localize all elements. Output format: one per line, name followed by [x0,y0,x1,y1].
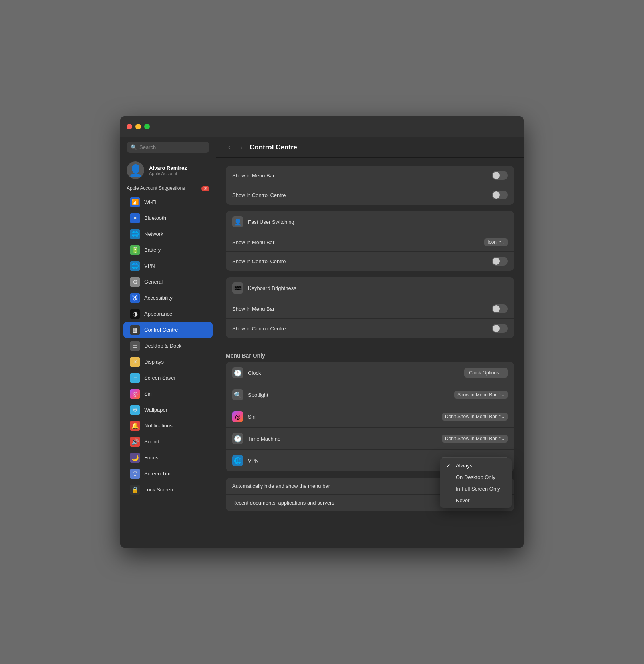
clock-icon: 🕐 [232,367,243,378]
chevron-icon: ⌃⌄ [498,415,505,419]
sidebar-item-battery[interactable]: 🔋Battery [123,242,213,258]
sidebar-item-screentime[interactable]: ⏱Screen Time [123,466,213,482]
sidebar-item-focus[interactable]: 🌙Focus [123,450,213,466]
section-row: Show in Control Centre [226,185,514,205]
sidebar-item-sound[interactable]: 🔊Sound [123,434,213,450]
time-machine-dropdown[interactable]: Don't Show in Menu Bar ⌃⌄ [442,435,508,443]
kb-control-centre-toggle[interactable] [492,324,508,333]
sidebar-item-desktopanddock[interactable]: ▭Desktop & Dock [123,338,213,354]
titlebar [120,116,524,137]
fus-menu-bar-dropdown[interactable]: Icon ⌃⌄ [484,238,508,246]
sidebar-item-wallpaper[interactable]: ❄Wallpaper [123,402,213,418]
minimize-button[interactable] [135,124,141,129]
clock-label: Clock [248,370,459,376]
sidebar-item-displays[interactable]: ☀Displays [123,354,213,370]
clock-options-button[interactable]: Clock Options... [464,368,508,378]
search-box[interactable]: 🔍 Search [127,142,209,153]
user-name: Alvaro Ramirez [149,165,187,171]
main-content: ‹ › Control Centre Show in Menu Bar Show… [216,137,524,548]
user-info: Alvaro Ramirez Apple Account [149,165,187,176]
displays-icon: ☀ [130,357,140,367]
sidebar-item-lockscreen[interactable]: 🔒Lock Screen [123,482,213,498]
vpn-icon: 🌐 [130,261,140,271]
chevron-icon: ⌃⌄ [498,240,505,245]
fus-control-centre-toggle[interactable] [492,257,508,266]
sidebar-item-accessibility[interactable]: ♿Accessibility [123,290,213,306]
network-label: Network [144,231,163,237]
lockscreen-icon: 🔒 [130,485,140,495]
sidebar-item-general[interactable]: ⚙General [123,274,213,290]
main-scroll: Show in Menu Bar Show in Control Centre … [216,158,524,548]
siri-icon: ◎ [232,411,243,422]
menu-bar-only-label: Menu Bar Only [226,344,514,362]
sound-icon: 🔊 [130,437,140,447]
suggestions-badge: 2 [201,186,209,191]
spotlight-dropdown[interactable]: Show in Menu Bar ⌃⌄ [454,391,508,399]
sidebar-item-appearance[interactable]: ◑Appearance [123,306,213,322]
wifi-icon: 📶 [130,197,140,207]
suggestions-row[interactable]: Apple Account Suggestions 2 [120,183,216,194]
sidebar-item-bluetooth[interactable]: ✦Bluetooth [123,210,213,226]
search-container: 🔍 Search [120,137,216,157]
fus-menu-bar-row: Show in Menu Bar Icon ⌃⌄ [226,233,514,252]
maximize-button[interactable] [144,124,150,129]
sidebar-item-notifications[interactable]: 🔔Notifications [123,418,213,434]
search-input[interactable]: Search [139,144,156,150]
avatar-icon: 👤 [129,164,143,177]
wallpaper-icon: ❄ [130,405,140,415]
content-area: 🔍 Search 👤 Alvaro Ramirez Apple Account … [120,137,524,548]
kb-show-menu-bar-label: Show in Menu Bar [232,306,487,312]
appearance-label: Appearance [144,311,172,317]
dropdown-item-desktop-only[interactable]: On Desktop Only [440,471,512,483]
dropdown-item-fullscreen-only-label: In Full Screen Only [456,486,500,492]
wifi-label: Wi-Fi [144,199,156,205]
vpn-label: VPN [144,263,155,269]
check-icon: ✓ [446,463,453,469]
focus-label: Focus [144,455,158,461]
kb-show-control-centre-label: Show in Control Centre [232,326,487,332]
battery-label: Battery [144,247,161,253]
fus-icon: 👤 [232,216,243,227]
dropdown-item-always[interactable]: ✓ Always [440,460,512,471]
time-machine-icon: 🕐 [232,433,243,444]
close-button[interactable] [127,124,132,129]
forward-button[interactable]: › [238,142,245,152]
bluetooth-label: Bluetooth [144,215,166,221]
desktopanddock-label: Desktop & Dock [144,343,181,349]
time-machine-label: Time Machine [248,436,437,442]
sidebar-item-vpn[interactable]: 🌐VPN [123,258,213,274]
sidebar-item-controlcentre[interactable]: ▦Control Centre [123,322,213,338]
back-button[interactable]: ‹ [226,142,233,152]
kb-control-centre-row: Show in Control Centre [226,319,514,338]
menu-bar-only-section: 🕐 Clock Clock Options... 🔍 Spotlight Sho… [226,362,514,471]
fast-user-switching-section: 👤 Fast User Switching Show in Menu Bar I… [226,211,514,271]
siri-dropdown[interactable]: Don't Show in Menu Bar ⌃⌄ [442,413,508,421]
auto-hide-dropdown-menu: ✓ Always On Desktop Only In Full Screen … [440,458,512,508]
chevron-icon: ⌃⌄ [498,437,505,441]
show-menu-bar-top-toggle[interactable] [492,171,508,180]
spotlight-value: Show in Menu Bar [457,392,497,398]
sidebar-item-screensaver[interactable]: 🖥Screen Saver [123,370,213,386]
suggestions-label: Apple Account Suggestions [127,185,185,192]
fus-show-menu-bar-label: Show in Menu Bar [232,239,479,245]
dropdown-item-fullscreen-only[interactable]: In Full Screen Only [440,483,512,495]
kb-menu-bar-toggle[interactable] [492,304,508,313]
main-window: 🔍 Search 👤 Alvaro Ramirez Apple Account … [120,116,524,548]
dropdown-item-always-label: Always [456,463,472,469]
screentime-label: Screen Time [144,471,173,477]
sidebar-item-network[interactable]: 🌐Network [123,226,213,242]
dropdown-item-never[interactable]: Never [440,495,512,506]
sidebar-scroll: Apple Account Suggestions 2 📶Wi-Fi✦Bluet… [120,183,216,548]
fus-header-row: 👤 Fast User Switching [226,211,514,233]
desktopanddock-icon: ▭ [130,341,140,351]
time-machine-value: Don't Show in Menu Bar [445,436,497,441]
screensaver-label: Screen Saver [144,375,176,381]
time-machine-row: 🕐 Time Machine Don't Show in Menu Bar ⌃⌄ [226,428,514,450]
kb-menu-bar-row: Show in Menu Bar [226,299,514,319]
show-control-centre-top-toggle[interactable] [492,191,508,199]
sidebar-item-wifi[interactable]: 📶Wi-Fi [123,194,213,210]
sidebar-item-siri[interactable]: ◎Siri [123,386,213,402]
general-icon: ⚙ [130,277,140,287]
accessibility-icon: ♿ [130,293,140,303]
user-profile[interactable]: 👤 Alvaro Ramirez Apple Account [120,157,216,183]
